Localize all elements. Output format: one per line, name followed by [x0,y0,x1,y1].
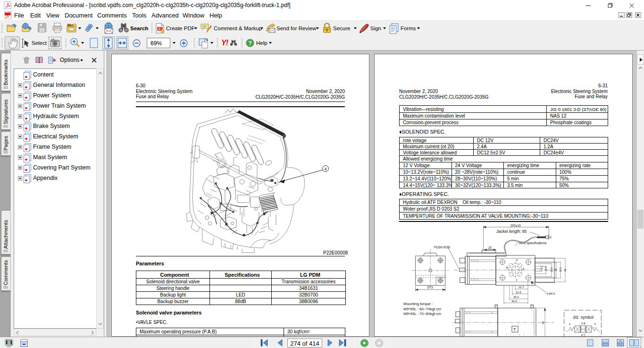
svg-text:B: B [506,266,508,269]
svg-text:PUSH ROD: PUSH ROD [434,246,451,249]
svg-text:31: 31 [554,268,557,271]
svg-text:A B: A B [581,322,585,325]
svg-text:b: b [594,323,596,325]
svg-text:20: 20 [488,246,492,249]
svg-text:a: a [569,323,571,325]
svg-text:5.2: 5.2 [540,266,543,269]
svg-text:25.8: 25.8 [550,267,553,272]
svg-text:4-Ø6.5: 4-Ø6.5 [546,292,555,295]
svg-text:A: A [523,267,525,270]
svg-text:4: 4 [324,167,326,171]
svg-text:T: T [516,279,518,282]
svg-text:48: 48 [564,269,567,272]
svg-text:Jacket length: 85: Jacket length: 85 [496,229,527,234]
svg-text:?: ? [248,40,251,47]
svg-text:21.5: 21.5 [516,291,521,294]
svg-text:40.5: 40.5 [511,300,517,303]
svg-text:200±10: 200±10 [510,224,521,227]
svg-text:32.5: 32.5 [559,267,562,272]
svg-text:12.7: 12.7 [519,286,524,289]
svg-text:37.5: 37.5 [427,286,433,289]
svg-text:15.5: 15.5 [544,266,547,271]
svg-text:49: 49 [542,321,544,324]
svg-text:Mounting torque :: Mounting torque : [403,302,433,306]
svg-text:M5*65L : 60~70kgf.cm: M5*65L : 60~70kgf.cm [403,307,441,311]
svg-text:T: T [513,327,516,332]
svg-text:JIS symbol: JIS symbol [573,315,594,320]
svg-text:M5*45L : 70~80kgf.cm: M5*45L : 70~80kgf.cm [403,312,441,316]
svg-text:30.2: 30.2 [513,296,519,298]
svg-text:P: P [516,259,518,262]
